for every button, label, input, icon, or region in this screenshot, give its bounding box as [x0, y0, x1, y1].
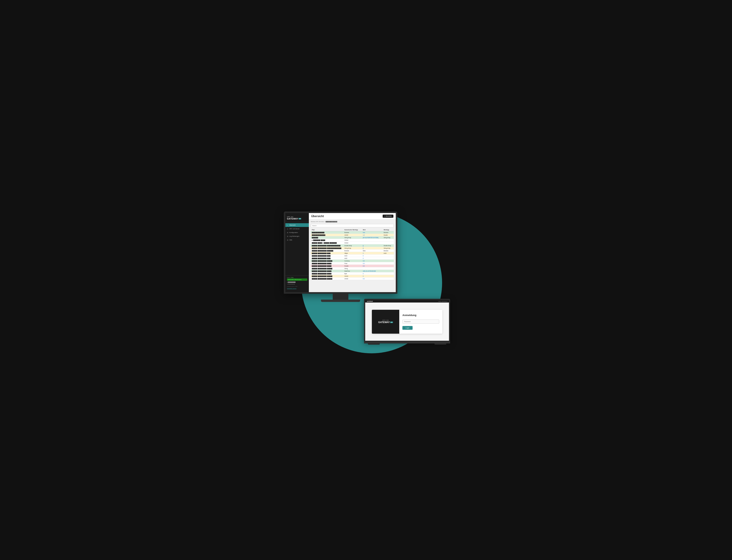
cell-path: ███████████████	[311, 234, 344, 236]
tablet-feet	[364, 343, 450, 345]
login-card: OPC DA GATEWAY CX Anmeldung Login	[372, 310, 442, 334]
home-icon: ⌂	[287, 224, 289, 226]
cell-wertetyp: String Array	[382, 236, 394, 239]
cell-value: 0	[362, 275, 382, 277]
logo-gateway: GATEWAY CX	[287, 218, 307, 220]
monitor-screen: OPC DA GATEWAY CX ⌂ Übersicht ⊙ OPC UA S…	[284, 211, 397, 294]
data-table: Pfad Kanonischer Wertetyp Wert Wertetyp …	[311, 229, 394, 280]
table-row: ██████ █████ ▶ ██████ ████████Ordner	[311, 242, 394, 244]
cell-value	[362, 239, 382, 242]
cell-value: 0	[362, 272, 382, 275]
table-row: ██████ ██████████ ███████BooleanfalseBoo…	[311, 249, 394, 252]
content-area: Windows OPC Simulation > ██████████████ …	[309, 219, 396, 292]
nav-hilfe[interactable]: ⚙ Hilfe	[285, 238, 309, 242]
table-row: ▶ ████████ █████Ordner	[311, 239, 394, 242]
desktop-monitor: OPC DA GATEWAY CX ⌂ Übersicht ⊙ OPC UA S…	[284, 211, 397, 302]
cell-wertetyp	[382, 272, 394, 275]
cell-wertetyp: Boolean	[382, 249, 394, 252]
cell-path: ██████ ██████████ ██████	[311, 277, 344, 280]
nav-opc-ua-server[interactable]: ⊙ OPC UA Server	[285, 227, 309, 231]
cell-path: ▶ ████████ █████	[311, 239, 344, 242]
tablet-foot-left	[368, 343, 380, 345]
table-header-row: Pfad Kanonischer Wertetyp Wert Wertetyp	[311, 229, 394, 231]
col-type: Wertetyp	[382, 229, 394, 231]
cell-value: 0.0	[362, 265, 382, 267]
table-row: ██████ ██████████ █████Byte0	[311, 272, 394, 275]
col-wert: Wert	[362, 229, 382, 231]
password-field[interactable]	[402, 320, 439, 324]
cell-wertetyp	[382, 270, 394, 272]
cell-wertetyp	[382, 265, 394, 267]
table-row: ██████ ██████████ █████Float0.0	[311, 262, 394, 265]
cell-value: []	[362, 247, 382, 249]
cell-value: false	[362, 249, 382, 252]
logo-opc: OPC DA	[287, 216, 307, 218]
cell-value: []	[362, 244, 382, 247]
cell-value: 0.0	[362, 260, 382, 262]
cell-kan-type: UInt32	[344, 277, 362, 280]
cell-path: ███████	[311, 236, 344, 239]
login-card-left: OPC DA GATEWAY CX	[372, 310, 399, 334]
cell-wertetyp	[382, 262, 394, 265]
betrieb-item: ↳ Betriebsbereit	[287, 283, 307, 285]
cell-path: ██████ ██████████ ██████	[311, 267, 344, 270]
tablet-device: verlinked asset.verlinked.io OPC DA GATE…	[364, 299, 450, 345]
connected-badge: Verbunden (103 Knoten)	[287, 278, 307, 281]
cell-path: ██████ ██████████ ██████	[311, 260, 344, 262]
table-row: ██████ ██████████ ████████████████String…	[311, 247, 394, 249]
table-row: ██████ ██████████ █████DateTime1601-01-0…	[311, 270, 394, 272]
cell-value	[362, 267, 382, 270]
cell-kan-type: Float	[344, 262, 362, 265]
logout-button[interactable]: ↩ Abmelden	[382, 215, 393, 218]
cell-wertetyp	[382, 277, 394, 280]
login-button[interactable]: Login	[402, 326, 412, 330]
table-row: ██████ ██████████ ██████UInt320.0	[311, 277, 394, 280]
cell-kan-type: Byte	[344, 272, 362, 275]
nav-konfiguration[interactable]: ⚙ Konfiguration	[285, 231, 309, 234]
cell-kan-type: Double Array	[344, 244, 362, 247]
cell-path: ██████ ██████████ █████	[311, 272, 344, 275]
logo-area: OPC DA GATEWAY CX	[285, 215, 309, 222]
cell-wertetyp: Int16	[382, 252, 394, 255]
cell-kan-type: String	[344, 267, 362, 270]
help-icon: ⚙	[287, 239, 289, 241]
gear-icon: ⚙	[287, 232, 289, 233]
tablet-screen: verlinked asset.verlinked.io OPC DA GATE…	[364, 299, 450, 342]
cell-kan-type: Int16	[344, 255, 362, 257]
footer-link[interactable]: Drittanbieter Lizenzen	[287, 288, 307, 289]
cell-path: ██████ █████ ▶ ██████ ████████	[311, 242, 344, 244]
tablet-foot-right	[434, 343, 446, 345]
cell-kan-type: String Array	[344, 247, 362, 249]
cell-kan-type: Int32	[344, 257, 362, 260]
cell-kan-type: Ordner	[344, 239, 362, 242]
server-item: ■ ██████████	[287, 281, 307, 283]
cell-value: true	[362, 231, 382, 234]
login-card-right: Anmeldung Login	[399, 310, 442, 334]
cell-path: ██████ ██████████ ██████	[311, 275, 344, 277]
nav-log-meldungen[interactable]: ⚙ Log Meldungen	[285, 234, 309, 238]
table-row: ██████ ██████████ █████Double0.0	[311, 265, 394, 267]
breadcrumb: Windows OPC Simulation > ██████████████	[311, 221, 394, 222]
cell-wertetyp	[382, 260, 394, 262]
search-input[interactable]	[311, 224, 394, 227]
cell-value: 0.0	[362, 262, 382, 265]
login-logo: OPC DA GATEWAY CX	[378, 320, 393, 324]
cell-value: 0	[362, 257, 382, 260]
cell-path: ██████ ██████████ ████	[311, 257, 344, 260]
cell-kan-type: Boolean	[344, 231, 362, 234]
tablet-bar: verlinked asset.verlinked.io	[365, 300, 449, 303]
tablet-content: OPC DA GATEWAY CX Anmeldung Login	[365, 303, 449, 341]
table-row: ███████String Array[NT-AUTORITÄT\SYSTEM]…	[311, 236, 394, 239]
cell-wertetyp	[382, 239, 394, 242]
nav-ubersicht[interactable]: ⌂ Übersicht	[285, 223, 309, 227]
cell-kan-type: Ordner	[344, 242, 362, 244]
cell-value: [NT-AUTORITÄT\SYSTEM]	[362, 236, 382, 239]
page-title: Übersicht	[311, 215, 324, 218]
tablet-base	[364, 342, 450, 343]
table-row: ██████ ██████████ ████Int160	[311, 255, 394, 257]
cell-path: ██████ ██████████ ███████████████	[311, 244, 344, 247]
table-row: ██████████████BooleantrueBoolean	[311, 231, 394, 234]
cell-value: 0	[362, 255, 382, 257]
footer-company: verlinked GmbH © 2024	[287, 286, 307, 287]
table-row: ██████ ██████████ ██████String	[311, 267, 394, 270]
